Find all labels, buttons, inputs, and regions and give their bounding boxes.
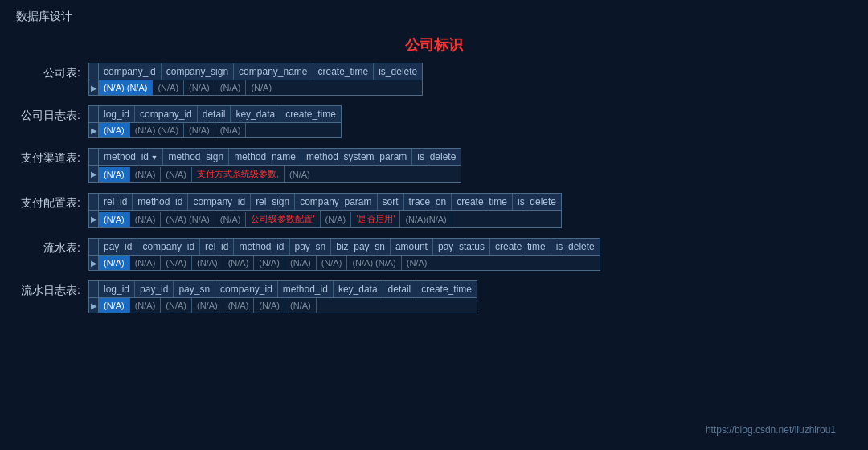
col-header-1-4: create_time: [280, 106, 341, 122]
db-table-5: log_idpay_idpay_sncompany_idmethod_idkey…: [88, 280, 477, 313]
row-indicator-5: [89, 298, 99, 313]
col-header-2-3: method_system_param: [301, 149, 412, 165]
col-header-5-5: key_data: [334, 281, 383, 297]
tables-container: 公司表:company_idcompany_signcompany_namecr…: [16, 63, 852, 313]
db-table-header-0: company_idcompany_signcompany_namecreate…: [89, 63, 422, 80]
table-label-5: 流水日志表:: [16, 280, 88, 298]
col-header-3-5: sort: [378, 194, 404, 210]
row-indicator-3: [89, 211, 99, 227]
col-cell-4-1: (N/A): [130, 256, 162, 270]
col-cell-4-6: (N/A): [285, 256, 317, 270]
col-cell-4-8: (N/A) (N/A): [347, 256, 401, 270]
db-table-body-4: (N/A)(N/A)(N/A)(N/A)(N/A)(N/A)(N/A)(N/A)…: [89, 256, 600, 270]
col-cell-3-6: '是否启用': [351, 211, 400, 227]
overlay-container-4: pay_idcompany_idrel_idmethod_idpay_snbiz…: [88, 238, 600, 271]
col-header-3-8: is_delete: [513, 194, 561, 210]
overlay-container-0: company_idcompany_signcompany_namecreate…: [88, 63, 423, 96]
col-cell-5-2: (N/A): [161, 298, 192, 313]
col-cell-3-0: (N/A): [99, 212, 130, 227]
col-header-4-1: company_id: [137, 239, 200, 255]
col-header-1-1: company_id: [135, 106, 198, 122]
col-cell-1-2: (N/A): [184, 123, 215, 137]
db-table-header-4: pay_idcompany_idrel_idmethod_idpay_snbiz…: [89, 239, 600, 256]
col-header-5-4: method_id: [278, 281, 334, 297]
table-label-3: 支付配置表:: [16, 193, 88, 211]
table-row-wrapper-5: 流水日志表:log_idpay_idpay_sncompany_idmethod…: [16, 280, 852, 313]
row-indicator-1: [89, 123, 99, 137]
overlay-container-5: log_idpay_idpay_sncompany_idmethod_idkey…: [88, 280, 477, 313]
col-cell-3-3: (N/A): [215, 212, 247, 227]
col-cell-3-1: (N/A): [130, 212, 162, 227]
col-cell-3-5: (N/A): [321, 212, 352, 227]
col-cell-0-1: (N/A): [153, 80, 184, 95]
table-row-wrapper-0: 公司表:company_idcompany_signcompany_namecr…: [16, 63, 852, 96]
col-cell-4-2: (N/A): [161, 256, 192, 270]
col-header-2-1: method_sign: [163, 149, 229, 165]
col-cell-0-3: (N/A): [215, 80, 247, 95]
col-header-1-2: detail: [198, 106, 231, 122]
col-cell-2-0: (N/A): [99, 167, 130, 182]
col-header-4-6: amount: [391, 239, 433, 255]
col-cell-2-4: (N/A): [285, 167, 315, 182]
table-label-2: 支付渠道表:: [16, 148, 88, 166]
col-header-3-0: rel_id: [99, 194, 133, 210]
col-cell-0-4: (N/A): [246, 80, 276, 95]
col-cell-3-2: (N/A) (N/A): [161, 212, 215, 227]
col-cell-5-1: (N/A): [130, 298, 162, 313]
col-header-4-4: pay_sn: [290, 239, 332, 255]
overlay-container-2: method_idmethod_signmethod_namemethod_sy…: [88, 148, 461, 183]
col-header-3-6: trace_on: [404, 194, 452, 210]
overlay-container-3: rel_idmethod_idcompany_idrel_signcompany…: [88, 193, 562, 228]
db-table-body-0: (N/A) (N/A)(N/A)(N/A)(N/A)(N/A): [89, 80, 422, 95]
col-header-2-4: is_delete: [412, 149, 461, 165]
col-header-4-8: create_time: [490, 239, 551, 255]
col-cell-1-0: (N/A): [99, 123, 130, 137]
watermark: https://blog.csdn.net/liuzhirou1: [706, 424, 836, 436]
page-wrapper: 数据库设计 公司标识 公司表:company_idcompany_signcom…: [16, 10, 852, 444]
col-cell-0-0: (N/A) (N/A): [99, 80, 153, 95]
table-label-1: 公司日志表:: [16, 105, 88, 123]
table-row-wrapper-4: 流水表:pay_idcompany_idrel_idmethod_idpay_s…: [16, 238, 852, 271]
col-header-3-1: method_id: [133, 194, 188, 210]
col-header-1-0: log_id: [99, 106, 135, 122]
col-cell-4-7: (N/A): [317, 256, 348, 270]
col-header-5-7: create_time: [416, 281, 477, 297]
col-cell-5-6: (N/A): [285, 298, 317, 313]
col-header-5-6: detail: [383, 281, 417, 297]
db-table-body-1: (N/A)(N/A) (N/A)(N/A)(N/A): [89, 123, 341, 137]
db-table-4: pay_idcompany_idrel_idmethod_idpay_snbiz…: [88, 238, 600, 271]
col-cell-5-5: (N/A): [254, 298, 285, 313]
col-cell-5-4: (N/A): [223, 298, 255, 313]
col-header-0-2: company_name: [234, 63, 313, 80]
db-table-header-5: log_idpay_idpay_sncompany_idmethod_idkey…: [89, 281, 477, 298]
col-cell-4-0: (N/A): [99, 256, 130, 270]
col-header-4-7: pay_status: [433, 239, 490, 255]
table-row-wrapper-2: 支付渠道表:method_idmethod_signmethod_namemet…: [16, 148, 852, 183]
col-header-0-3: create_time: [313, 63, 375, 80]
overlay-container-1: log_idcompany_iddetailkey_datacreate_tim…: [88, 105, 342, 138]
col-cell-2-3: 支付方式系统级参数,: [192, 166, 285, 182]
col-cell-5-7: [317, 303, 326, 308]
col-header-3-2: company_id: [188, 194, 251, 210]
col-header-1-3: key_data: [231, 106, 280, 122]
col-header-2-0: method_id: [99, 149, 163, 165]
table-label-4: 流水表:: [16, 238, 88, 256]
col-header-3-7: create_time: [452, 194, 513, 210]
db-table-0: company_idcompany_signcompany_namecreate…: [88, 63, 423, 96]
col-cell-1-1: (N/A) (N/A): [130, 123, 184, 137]
col-cell-4-5: (N/A): [254, 256, 285, 270]
col-cell-1-4: [246, 128, 256, 133]
col-header-4-0: pay_id: [99, 239, 137, 255]
col-header-0-0: company_id: [99, 63, 162, 80]
col-cell-3-8: [452, 217, 462, 222]
col-header-0-1: company_sign: [162, 63, 234, 80]
center-label: 公司标识: [16, 35, 852, 55]
col-header-5-3: company_id: [215, 281, 278, 297]
col-header-3-4: company_param: [295, 194, 377, 210]
col-cell-4-4: (N/A): [223, 256, 255, 270]
col-cell-0-2: (N/A): [184, 80, 215, 95]
col-cell-3-7: (N/A)(N/A): [400, 212, 452, 227]
col-cell-4-3: (N/A): [192, 256, 223, 270]
db-table-3: rel_idmethod_idcompany_idrel_signcompany…: [88, 193, 562, 228]
col-header-2-2: method_name: [229, 149, 301, 165]
